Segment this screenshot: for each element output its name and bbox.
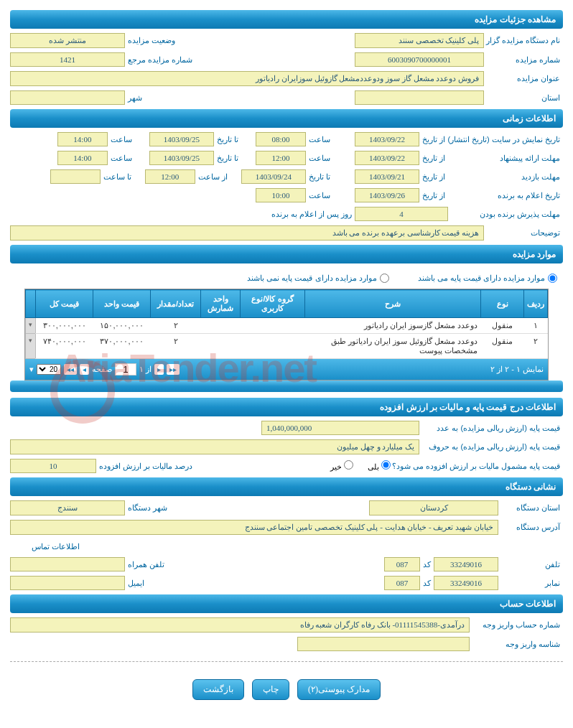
row-fax: نمابر 33249016 کد 087 ایمیل bbox=[10, 576, 563, 590]
table-row: ۲منقولدوعدد مشعل گازوئیل سوز ایران رادیا… bbox=[26, 334, 548, 359]
row-accept: مهلت پذیرش برنده بودن 4 روز پس از اعلام … bbox=[10, 207, 563, 221]
row-province-city: استان شهر bbox=[10, 90, 563, 105]
section-bar-1 bbox=[10, 381, 563, 392]
fax-code-value: 087 bbox=[384, 576, 420, 590]
num-label: شماره مزایده bbox=[484, 55, 563, 65]
th-desc: شرح bbox=[305, 290, 481, 318]
offer-to-hour: 14:00 bbox=[57, 151, 108, 165]
hour-label: ساعت bbox=[306, 135, 333, 144]
cell-group bbox=[241, 334, 305, 359]
vat-yes[interactable]: بلی bbox=[368, 460, 391, 472]
scroll-handle[interactable]: ▾ bbox=[26, 318, 36, 334]
offer-to-date: 1403/09/25 bbox=[149, 151, 214, 165]
ref-value: 1421 bbox=[10, 52, 125, 67]
table-row: ۱منقولدوعدد مشعل گازسوز ایران رادیاتور۲۱… bbox=[26, 318, 548, 334]
pager-count: نمایش ۱ - ۲ از ۲ bbox=[490, 365, 544, 374]
vat-yes-label: بلی bbox=[368, 462, 379, 471]
visit-from-hour: 12:00 bbox=[145, 169, 195, 184]
print-button[interactable]: چاپ bbox=[252, 679, 289, 700]
base-num-value: 1,040,000,000 bbox=[261, 421, 419, 435]
acct-label: شماره حساب واریز وجه bbox=[470, 620, 563, 630]
row-phone: تلفن 33249016 کد 087 تلفن همراه bbox=[10, 557, 563, 571]
divider bbox=[10, 661, 563, 662]
from-label4: از تاریخ bbox=[419, 191, 448, 200]
accept-days: 4 bbox=[355, 207, 448, 221]
vat-no[interactable]: خیر bbox=[330, 460, 353, 472]
th-row: ردیف bbox=[524, 290, 548, 318]
addr-label: آدرس دستگاه bbox=[498, 523, 563, 532]
publish-label: تاریخ نمایش در سایت (تاریخ انتشار) bbox=[448, 135, 563, 144]
status-label: وضعیت مزایده bbox=[125, 36, 178, 45]
pager-size-select[interactable]: 20 bbox=[37, 364, 61, 375]
chevron-down-icon: ▾ bbox=[29, 365, 34, 374]
base-txt-value: یک میلیارد و چهل میلیون bbox=[10, 439, 419, 454]
ref-label: شماره مزایده مرجع bbox=[125, 55, 195, 65]
acct-value: درآمدی-01111545388- بانک رفاه کارگران شع… bbox=[10, 617, 470, 633]
cell-n: ۲ bbox=[524, 334, 548, 359]
items-table: ردیف نوع شرح گروه کالا/نوع کاربری واحد ش… bbox=[25, 289, 548, 359]
addr-value: خیابان شهید تعریف - خیابان هدایت - پلی ک… bbox=[10, 520, 498, 535]
row-vat-q: قیمت پایه مشمول مالیات بر ارزش افزوده می… bbox=[10, 459, 563, 473]
from-label3: از تاریخ bbox=[419, 172, 448, 182]
title-value: فروش دوعدد مشعل گاز سوز ودوعددمشعل گازوئ… bbox=[10, 71, 484, 86]
cell-type: منقول bbox=[481, 318, 524, 334]
radio-without-input[interactable] bbox=[380, 274, 389, 283]
publish-from-hour: 08:00 bbox=[256, 132, 306, 146]
to-hour-label: تا ساعت bbox=[101, 172, 134, 182]
publish-from-date: 1403/09/22 bbox=[355, 132, 419, 146]
title-label: عنوان مزایده bbox=[484, 74, 563, 83]
vat-pct-value: 10 bbox=[10, 459, 96, 473]
winner-from-date: 1403/09/26 bbox=[355, 188, 419, 202]
row-num-ref: شماره مزایده 6003090700000001 شماره مزای… bbox=[10, 52, 563, 67]
from-label2: از تاریخ bbox=[419, 154, 448, 163]
winner-hour: 10:00 bbox=[256, 188, 306, 202]
cell-unit-price: ۱۵۰,۰۰۰,۰۰۰ bbox=[93, 318, 151, 334]
accept-label: مهلت پذیرش برنده بودن bbox=[448, 210, 563, 219]
org-value: پلی کلینیک تخصصی سنند bbox=[355, 33, 484, 48]
vat-yes-radio[interactable] bbox=[381, 460, 391, 470]
to-label: تا تاریخ bbox=[214, 135, 241, 144]
offer-label: مهلت ارائه پیشنهاد bbox=[448, 154, 563, 163]
pager-prev-button[interactable]: ▸ bbox=[154, 364, 164, 375]
page-label: صفحه bbox=[92, 365, 112, 374]
radio-with-input[interactable] bbox=[548, 274, 557, 283]
items-table-wrap: ردیف نوع شرح گروه کالا/نوع کاربری واحد ش… bbox=[24, 289, 549, 381]
hour-label2: ساعت bbox=[108, 135, 135, 144]
pager-next-button[interactable]: ◂ bbox=[80, 364, 89, 375]
pager-page-input[interactable] bbox=[115, 363, 136, 375]
row-acct-id: شناسه واریز وجه bbox=[10, 637, 563, 651]
hour-label3: ساعت bbox=[306, 154, 333, 163]
winner-label: تاریخ اعلام به برنده bbox=[448, 191, 563, 200]
city-value bbox=[10, 90, 125, 105]
cell-n: ۱ bbox=[524, 318, 548, 334]
pager-first-button[interactable]: ▸▸ bbox=[167, 364, 180, 375]
pager-controls: ▸▸ ▸ از ۱ صفحه ◂ ◂◂ 20 ▾ bbox=[29, 363, 180, 375]
section-account-header: اطلاعات حساب bbox=[10, 594, 563, 613]
radio-with-base[interactable]: موارد مزایده دارای قیمت پایه می باشند bbox=[418, 274, 557, 283]
scroll-handle[interactable]: ▾ bbox=[26, 334, 36, 359]
attachments-button[interactable]: مدارک پیوستی(۲) bbox=[297, 679, 381, 700]
visit-to-date: 1403/09/24 bbox=[241, 169, 306, 184]
base-txt-label: قیمت پایه (ارزش ریالی مزایده) به حروف bbox=[419, 442, 563, 452]
row-acct: شماره حساب واریز وجه درآمدی-01111545388-… bbox=[10, 617, 563, 633]
section-time-header: اطلاعات زمانی bbox=[10, 109, 563, 128]
publish-to-date: 1403/09/25 bbox=[149, 132, 214, 146]
cell-unit bbox=[201, 318, 241, 334]
cell-group bbox=[241, 318, 305, 334]
pager-last-button[interactable]: ◂◂ bbox=[64, 364, 77, 375]
cell-desc: دوعدد مشعل گازوئیل سوز ایران رادیاتور طب… bbox=[305, 334, 481, 359]
cell-desc: دوعدد مشعل گازسوز ایران رادیاتور bbox=[305, 318, 481, 334]
row-addr: آدرس دستگاه خیابان شهید تعریف - خیابان ه… bbox=[10, 520, 563, 535]
visit-from-date: 1403/09/21 bbox=[355, 169, 419, 184]
radio-with-label: موارد مزایده دارای قیمت پایه می باشند bbox=[418, 274, 545, 283]
vat-no-radio[interactable] bbox=[344, 460, 353, 470]
radio-without-label: موارد مزایده دارای قیمت پایه نمی باشند bbox=[247, 274, 376, 283]
th-qty: تعداد/مقدار bbox=[151, 290, 201, 318]
row-title: عنوان مزایده فروش دوعدد مشعل گاز سوز ودو… bbox=[10, 71, 563, 86]
email-label: ایمیل bbox=[125, 579, 147, 588]
notes-value: هزینه قیمت کارشناسی برعهده برنده می باشد bbox=[10, 225, 484, 241]
radio-without-base[interactable]: موارد مزایده دارای قیمت پایه نمی باشند bbox=[247, 274, 388, 283]
visit-label: مهلت بازدید bbox=[448, 172, 563, 182]
phone-code-value: 087 bbox=[384, 557, 420, 571]
back-button[interactable]: بازگشت bbox=[192, 679, 244, 700]
